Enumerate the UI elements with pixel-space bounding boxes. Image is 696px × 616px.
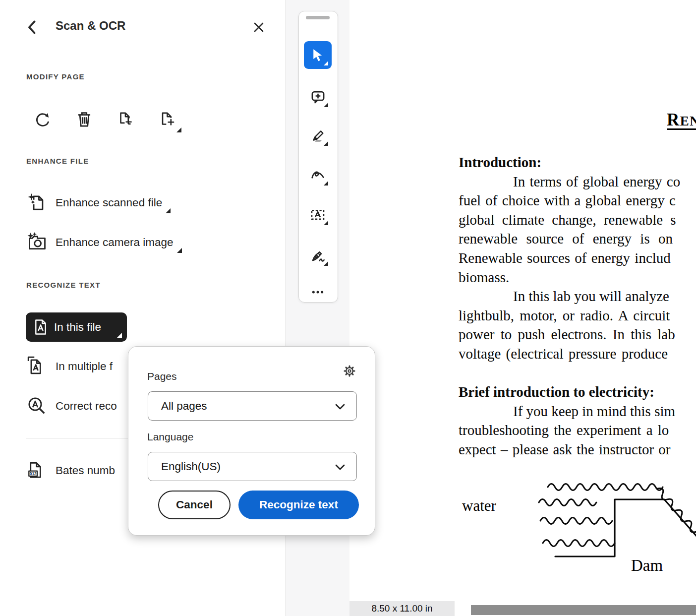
doc-line: voltage (electrical pressure produce: [459, 344, 696, 364]
recognize-in-this-file-button[interactable]: In this file: [26, 312, 127, 342]
close-icon[interactable]: [251, 19, 267, 35]
doc-line: fuel of choice with a global energy c: [459, 191, 696, 210]
pages-a-icon: [26, 355, 49, 378]
doc-line: renewable source of energy is on: [459, 229, 696, 248]
dropdown-corner-icon: [324, 181, 328, 185]
insert-page-button[interactable]: [157, 109, 178, 130]
doc-line: In terms of global energy co: [459, 172, 696, 191]
recognize-text-section-label: RECOGNIZE TEXT: [26, 281, 101, 289]
dropdown-corner-icon: [324, 261, 328, 266]
fill-sign-tool[interactable]: [304, 242, 332, 269]
dropdown-corner-icon: [324, 61, 328, 65]
chevron-down-icon: [334, 461, 347, 474]
doc-line: Renewable sources of energy includ: [459, 248, 696, 268]
doc-line: global climate change, renewable s: [459, 210, 696, 230]
enhance-file-section-label: ENHANCE FILE: [26, 157, 89, 165]
highlight-tool[interactable]: [304, 122, 332, 149]
pages-select[interactable]: All pages: [148, 391, 357, 421]
doc-heading-introduction: Introduction:: [459, 153, 696, 172]
draw-tool[interactable]: [304, 161, 332, 189]
cursor-arrow-icon: [310, 48, 325, 62]
gear-icon: [341, 363, 358, 379]
dropdown-corner-icon: [117, 333, 122, 338]
dropdown-corner-icon: [324, 103, 328, 107]
highlighter-icon: [310, 128, 326, 143]
page-a-icon: [34, 318, 48, 336]
ellipsis-icon: [310, 284, 326, 300]
page-012-icon: 012: [26, 459, 49, 482]
language-label: Language: [147, 431, 193, 443]
crop-page-icon: [115, 109, 136, 130]
rotate-page-icon: [32, 109, 53, 130]
dropdown-corner-icon: [176, 127, 181, 132]
settings-button[interactable]: [341, 363, 358, 379]
language-select[interactable]: English(US): [148, 452, 357, 481]
recognize-in-multiple-files-button[interactable]: In multiple f: [26, 355, 113, 378]
doc-line: If you keep in mind this sim: [459, 402, 696, 421]
svg-text:012: 012: [30, 472, 37, 476]
enhance-camera-image-label: Enhance camera image: [56, 236, 174, 249]
dropdown-corner-icon: [166, 208, 171, 213]
bates-numbering-button[interactable]: 012 Bates numb: [26, 459, 115, 482]
document-title: REN: [667, 110, 696, 130]
chevron-left-icon: [24, 19, 41, 36]
horizontal-scrollbar-thumb[interactable]: [471, 605, 696, 615]
enhance-camera-image-icon: [26, 231, 49, 254]
back-button[interactable]: [24, 19, 41, 36]
in-this-file-label: In this file: [54, 321, 101, 334]
doc-line: biomass.: [459, 268, 696, 287]
dropdown-corner-icon: [324, 221, 328, 225]
doc-line: In this lab you will analyze: [459, 287, 696, 306]
insert-page-icon: [157, 109, 178, 130]
doc-heading-electricity: Brief introduction to electricity:: [459, 382, 696, 402]
enhance-camera-image-button[interactable]: Enhance camera image: [26, 231, 182, 254]
panel-title: Scan & OCR: [56, 19, 125, 33]
doc-line: lightbulb, motor, or radio. A circuit: [459, 306, 696, 325]
delete-page-icon: [74, 109, 95, 130]
chevron-down-icon: [334, 400, 347, 413]
crop-page-button[interactable]: [115, 109, 136, 130]
bates-numbering-label: Bates numb: [56, 464, 115, 477]
language-select-value: English(US): [161, 460, 221, 473]
toolbar-drag-handle[interactable]: [306, 16, 330, 19]
pages-label: Pages: [147, 370, 177, 382]
dam-diagram: [533, 479, 696, 578]
magnifier-a-icon: [26, 395, 49, 418]
select-tool[interactable]: [304, 41, 332, 69]
pdf-page: REN Introduction: In terms of global ene…: [349, 0, 696, 601]
recognize-text-dialog: Pages All pages Language English(US) Can…: [128, 346, 375, 536]
doc-line: power to push electrons. In this lab: [459, 325, 696, 344]
recognize-text-button[interactable]: Recognize text: [238, 491, 359, 519]
doc-line: expect – please ask the instructor or: [459, 440, 696, 459]
more-tools[interactable]: [304, 281, 332, 303]
in-multiple-files-label: In multiple f: [56, 360, 113, 373]
comment-plus-icon: [310, 89, 326, 105]
enhance-scanned-file-button[interactable]: Enhance scanned file: [26, 191, 171, 214]
correct-recognized-text-label: Correct reco: [56, 400, 117, 413]
dropdown-corner-icon: [324, 141, 328, 146]
pages-select-value: All pages: [161, 400, 207, 413]
doc-line: troubleshooting the experiment a lo: [459, 421, 696, 440]
modify-page-section-label: MODIFY PAGE: [26, 72, 85, 81]
diagram-water-label: water: [462, 497, 496, 515]
enhance-scanned-file-icon: [26, 191, 49, 214]
document-body: Introduction: In terms of global energy …: [459, 153, 696, 459]
dropdown-corner-icon: [177, 248, 182, 253]
page-size-indicator: 8.50 x 11.00 in: [349, 601, 455, 616]
quick-tools-toolbar: [298, 11, 338, 303]
add-text-tool[interactable]: [304, 201, 332, 229]
correct-recognized-text-button[interactable]: Correct reco: [26, 395, 117, 418]
rotate-page-button[interactable]: [32, 109, 54, 130]
cancel-button[interactable]: Cancel: [158, 491, 231, 519]
enhance-scanned-file-label: Enhance scanned file: [56, 196, 162, 209]
add-comment-tool[interactable]: [304, 83, 332, 111]
delete-page-button[interactable]: [73, 109, 95, 130]
